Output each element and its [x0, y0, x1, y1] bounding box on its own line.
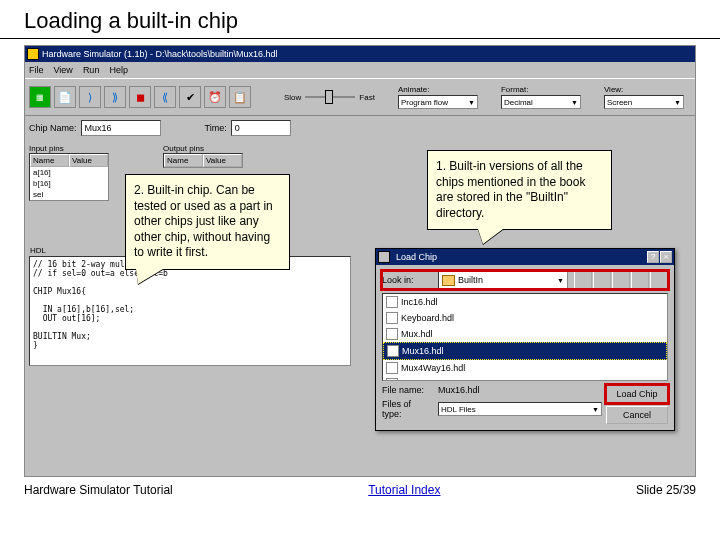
- pin-row[interactable]: sel: [30, 189, 108, 200]
- name-header: Name: [30, 154, 69, 167]
- speed-slider[interactable]: [305, 96, 355, 98]
- file-icon: [386, 378, 398, 381]
- filetype-combo[interactable]: HDL Files▼: [438, 402, 602, 416]
- rewind-button[interactable]: ⟪: [154, 86, 176, 108]
- menu-run[interactable]: Run: [83, 65, 100, 75]
- pin-row[interactable]: a[16]: [30, 167, 108, 178]
- animate-label: Animate:: [398, 85, 478, 94]
- app-icon: [27, 48, 39, 60]
- dialog-title: Load Chip: [396, 252, 437, 262]
- file-item-selected[interactable]: Mux16.hdl: [383, 342, 667, 360]
- hdl-textarea[interactable]: // 16 bit 2-way multiplexor // if sel=0 …: [29, 256, 351, 366]
- chevron-down-icon: ▼: [571, 99, 578, 106]
- menu-file[interactable]: File: [29, 65, 44, 75]
- value-header: Value: [69, 154, 108, 167]
- script-button[interactable]: 📋: [229, 86, 251, 108]
- input-pins-label: Input pins: [29, 144, 109, 153]
- load-chip-button[interactable]: Load Chip: [606, 385, 668, 403]
- dialog-icon: [378, 251, 390, 263]
- file-list[interactable]: Inc16.hdl Keyboard.hdl Mux.hdl Mux16.hdl…: [382, 293, 668, 381]
- animate-combo[interactable]: Program flow▼: [398, 95, 478, 109]
- footer-left: Hardware Simulator Tutorial: [24, 483, 173, 497]
- details-view-button[interactable]: [650, 271, 668, 289]
- list-view-button[interactable]: [631, 271, 649, 289]
- slow-label: Slow: [284, 93, 301, 102]
- file-icon: [386, 296, 398, 308]
- output-pins-label: Output pins: [163, 144, 243, 153]
- format-combo[interactable]: Decimal▼: [501, 95, 581, 109]
- menubar: File View Run Help: [25, 62, 695, 78]
- lookin-label: Look in:: [382, 275, 432, 285]
- chevron-down-icon: ▼: [468, 99, 475, 106]
- format-label: Format:: [501, 85, 581, 94]
- menu-help[interactable]: Help: [109, 65, 128, 75]
- chevron-down-icon: ▼: [592, 406, 599, 413]
- eval-button[interactable]: ✔: [179, 86, 201, 108]
- file-item[interactable]: Mux8Way16.hdl: [383, 376, 667, 381]
- stop-button[interactable]: ◼: [129, 86, 151, 108]
- slide-number: Slide 25/39: [636, 483, 696, 497]
- name-header: Name: [164, 154, 203, 167]
- file-icon: [386, 328, 398, 340]
- chipname-field[interactable]: Mux16: [81, 120, 161, 136]
- file-icon: [386, 312, 398, 324]
- time-label: Time:: [205, 123, 227, 133]
- up-folder-button[interactable]: [574, 271, 592, 289]
- window-title: Hardware Simulator (1.1b) - D:\hack\tool…: [42, 49, 278, 59]
- filetype-label: Files of type:: [382, 399, 432, 419]
- step-forward-button[interactable]: ⟩: [79, 86, 101, 108]
- cancel-button[interactable]: Cancel: [606, 406, 668, 424]
- load-chip-dialog: Load Chip ? × Look in: BuiltIn ▼: [375, 248, 675, 431]
- load-button[interactable]: 📄: [54, 86, 76, 108]
- file-icon: [386, 362, 398, 374]
- tutorial-index-link[interactable]: Tutorial Index: [368, 483, 440, 497]
- view-combo[interactable]: Screen▼: [604, 95, 684, 109]
- callout-1: 1. Built-in versions of all the chips me…: [427, 150, 612, 230]
- file-item[interactable]: Mux.hdl: [383, 326, 667, 342]
- run-button[interactable]: ⟫: [104, 86, 126, 108]
- new-folder-button[interactable]: [612, 271, 630, 289]
- window-titlebar: Hardware Simulator (1.1b) - D:\hack\tool…: [25, 46, 695, 62]
- close-button[interactable]: ×: [660, 251, 672, 263]
- chevron-down-icon: ▼: [674, 99, 681, 106]
- lookin-combo[interactable]: BuiltIn ▼: [438, 271, 568, 289]
- chipname-label: Chip Name:: [29, 123, 77, 133]
- chip-icon[interactable]: ▦: [29, 86, 51, 108]
- output-pins-table: NameValue: [163, 153, 243, 168]
- slide-footer: Hardware Simulator Tutorial Tutorial Ind…: [0, 477, 720, 497]
- toolbar: ▦ 📄 ⟩ ⟫ ◼ ⟪ ✔ ⏰ 📋 Slow Fast Animate: Pro…: [25, 78, 695, 116]
- file-item[interactable]: Inc16.hdl: [383, 294, 667, 310]
- fast-label: Fast: [359, 93, 375, 102]
- input-pins-table: NameValue a[16] b[16] sel: [29, 153, 109, 201]
- help-button[interactable]: ?: [647, 251, 659, 263]
- file-item[interactable]: Keyboard.hdl: [383, 310, 667, 326]
- filename-label: File name:: [382, 385, 432, 395]
- value-header: Value: [203, 154, 242, 167]
- callout-2: 2. Built-in chip. Can be tested or used …: [125, 174, 290, 270]
- folder-icon: [442, 275, 455, 286]
- slide-title: Loading a built-in chip: [0, 0, 720, 39]
- home-button[interactable]: [593, 271, 611, 289]
- time-field: 0: [231, 120, 291, 136]
- filename-input[interactable]: Mux16.hdl: [438, 385, 602, 395]
- clock-button[interactable]: ⏰: [204, 86, 226, 108]
- file-icon: [387, 345, 399, 357]
- chevron-down-icon: ▼: [557, 277, 564, 284]
- simulator-window: Hardware Simulator (1.1b) - D:\hack\tool…: [24, 45, 696, 477]
- view-label: View:: [604, 85, 684, 94]
- file-item[interactable]: Mux4Way16.hdl: [383, 360, 667, 376]
- menu-view[interactable]: View: [54, 65, 73, 75]
- pin-row[interactable]: b[16]: [30, 178, 108, 189]
